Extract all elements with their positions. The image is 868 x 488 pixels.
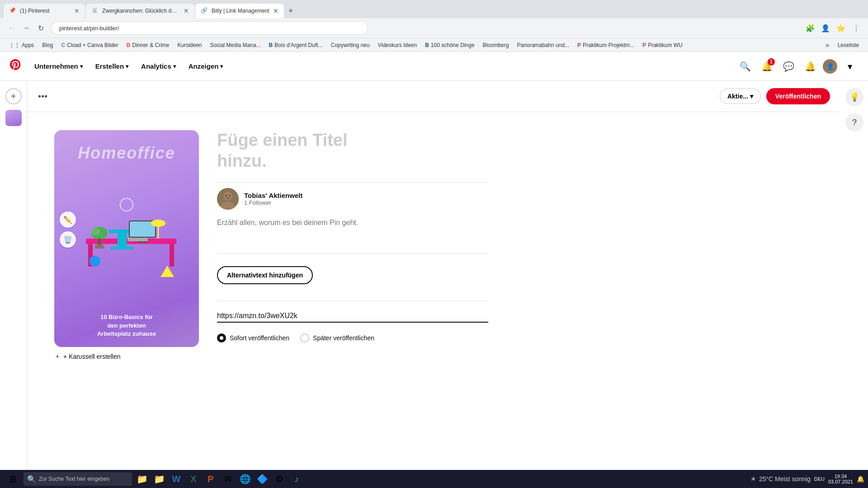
radio-sofort[interactable]: Sofort veröffentlichen	[217, 333, 289, 343]
nav-item-analytics[interactable]: Analytics ▾	[136, 59, 181, 74]
extensions-button[interactable]: 🧩	[804, 22, 816, 34]
share-button[interactable]: Aktie... ▾	[720, 89, 761, 104]
svg-point-22	[226, 195, 227, 197]
url-input[interactable]	[217, 310, 488, 323]
bookmark-label-kursideen: Kursideen	[178, 42, 202, 48]
pin-image-container: Homeoffice	[54, 130, 199, 347]
bookmark-bois[interactable]: B Bois d'Argent Duft...	[265, 41, 326, 49]
back-button[interactable]: ←	[5, 22, 18, 34]
bookmark-panorama[interactable]: Panoramabahn und...	[514, 41, 573, 49]
add-button[interactable]: +	[5, 88, 22, 104]
bookmark-blog[interactable]: Blog	[38, 41, 57, 49]
pinterest-logo[interactable]	[9, 58, 22, 74]
homeoffice-caption: 10 Büro-Basics für den perfekten Arbeits…	[54, 313, 199, 338]
bookmark-label-bloomberg: Bloomberg	[483, 42, 509, 48]
chat-button[interactable]: 💬	[779, 57, 797, 75]
bookmark-label-apps: Apps	[22, 42, 34, 48]
taskbar-app-excel[interactable]: X	[185, 471, 202, 487]
nav-item-anzeigen[interactable]: Anzeigen ▾	[183, 59, 229, 74]
taskbar-apps: 📁 📁 W X P ✉ 🌐 🔷 ⚙ ♪	[134, 471, 305, 487]
notification-button[interactable]: 🔔 1	[758, 57, 776, 75]
taskbar-app-browser[interactable]: 🌐	[237, 471, 253, 487]
tab-close-2[interactable]: ✕	[184, 7, 189, 14]
bookmark-copywriting[interactable]: Copywriting neu	[327, 41, 373, 49]
taskbar-app-spotify[interactable]: ♪	[288, 471, 305, 487]
help-button[interactable]: ?	[845, 113, 863, 131]
bookmark-apps[interactable]: ⋮⋮ Apps	[5, 41, 38, 49]
search-button[interactable]: 🔍	[736, 57, 754, 75]
nav-item-unternehmen[interactable]: Unternehmen ▾	[29, 59, 88, 74]
forward-button[interactable]: →	[20, 22, 33, 34]
bookmark-praktikum2[interactable]: P Praktikum WU	[639, 41, 686, 49]
taskbar-search[interactable]: 🔍 Zur Suche Text hier eingeben	[24, 472, 132, 486]
nav-label-anzeigen: Anzeigen	[189, 62, 219, 70]
karussell-link[interactable]: ＋ + Karussell erstellen	[54, 352, 199, 361]
bookmark-kursideen[interactable]: Kursideen	[174, 41, 206, 49]
user-avatar[interactable]: 👤	[823, 59, 837, 74]
bookmark-100dinge[interactable]: B 100 schöne Dinge	[421, 41, 478, 49]
taskbar-app-powerpoint[interactable]: P	[203, 471, 219, 487]
taskbar-app-mail[interactable]: ✉	[220, 471, 236, 487]
title-field[interactable]: Füge einen Titelhinzu.	[217, 130, 488, 171]
taskbar: ⊞ 🔍 Zur Suche Text hier eingeben 📁 📁 W X…	[0, 470, 868, 488]
alarm-button[interactable]: 🔔	[801, 57, 819, 75]
address-input[interactable]	[52, 21, 368, 35]
chevron-down-icon-unternehmen: ▾	[80, 63, 83, 70]
reload-button[interactable]: ↻	[34, 22, 47, 34]
furniture-illustration	[54, 166, 199, 293]
bookmark-button[interactable]: ⭐	[835, 22, 847, 34]
thumbnail-image[interactable]	[5, 110, 22, 126]
more-options-button[interactable]: •••	[38, 91, 47, 102]
delete-image-button[interactable]: 🗑️	[60, 231, 76, 248]
taskbar-app-settings[interactable]: ⚙	[271, 471, 288, 487]
canva-icon: C	[61, 42, 65, 48]
bookmark-label-100dinge: 100 schöne Dinge	[431, 42, 475, 48]
taskbar-app-files[interactable]: 📁	[134, 471, 150, 487]
tab-close-1[interactable]: ✕	[74, 7, 80, 14]
bookmark-videokurs[interactable]: Videokurs Ideen	[374, 41, 421, 49]
tab-bitly[interactable]: 🔗 Bitly | Link Management ✕	[195, 4, 284, 18]
nav-item-erstellen[interactable]: Erstellen ▾	[90, 59, 134, 74]
bookmark-bloomberg[interactable]: Bloomberg	[479, 41, 513, 49]
bookmark-canva[interactable]: C Cload + Canva Bilder	[57, 41, 122, 49]
bookmark-dinner[interactable]: B Dinner & Crime	[123, 41, 173, 49]
bookmark-leseliste[interactable]: Leseliste	[834, 41, 863, 49]
pin-builder: ••• Aktie... ▾ Veröffentlichen Homeoffic…	[27, 81, 841, 488]
bookmark-praktikum1[interactable]: P Praktikum Projektm...	[574, 41, 638, 49]
decoration-circle	[120, 198, 133, 211]
title-placeholder-text: Füge einen Titelhinzu.	[217, 131, 348, 170]
start-button[interactable]: ⊞	[4, 471, 22, 487]
excel-icon: X	[190, 474, 196, 484]
files2-icon: 📁	[154, 474, 165, 484]
taskbar-app-files2[interactable]: 📁	[151, 471, 167, 487]
radio-label-spaeter: Später veröffentlichen	[313, 334, 374, 342]
alarm-icon: 🔔	[805, 61, 816, 72]
radio-spaeter[interactable]: Später veröffentlichen	[300, 333, 374, 343]
taskbar-app-edge[interactable]: 🔷	[254, 471, 270, 487]
description-field[interactable]	[217, 219, 488, 246]
tab-pinterest[interactable]: 📌 (1) Pinterest ✕	[4, 4, 85, 18]
tab-close-3[interactable]: ✕	[273, 7, 278, 14]
alt-text-button[interactable]: Alternativtext hinzufügen	[217, 266, 313, 284]
edit-image-button[interactable]: ✏️	[60, 211, 76, 228]
chevron-down-icon-anzeigen: ▾	[220, 63, 223, 70]
praktikum2-icon: P	[642, 42, 646, 48]
bookmark-socialmedia[interactable]: Social Media Mana...	[207, 41, 264, 49]
taskbar-app-word[interactable]: W	[168, 471, 184, 487]
menu-button[interactable]: ⋮	[850, 22, 863, 34]
notifications-show-icon[interactable]: 🔔	[857, 475, 864, 483]
homeoffice-title-text: Homeoffice	[54, 144, 199, 163]
publish-button[interactable]: Veröffentlichen	[766, 88, 830, 104]
tab-favicon-2: 🐰	[91, 7, 99, 14]
new-tab-button[interactable]: +	[285, 6, 297, 16]
profile-button[interactable]: 👤	[819, 22, 832, 34]
lightbulb-button[interactable]: 💡	[845, 88, 863, 106]
author-avatar-img	[217, 188, 239, 210]
spotify-icon: ♪	[294, 474, 299, 484]
form-area: Füge einen Titelhinzu.	[217, 130, 488, 470]
svg-point-12	[91, 228, 100, 235]
user-menu-button[interactable]: ▾	[841, 57, 859, 75]
bookmarks-more-button[interactable]: »	[826, 41, 830, 49]
clock-time: 19:34	[835, 474, 847, 479]
tab-zwerg[interactable]: 🐰 Zwergkaninchen: Glücklich durc... ✕	[86, 4, 194, 18]
